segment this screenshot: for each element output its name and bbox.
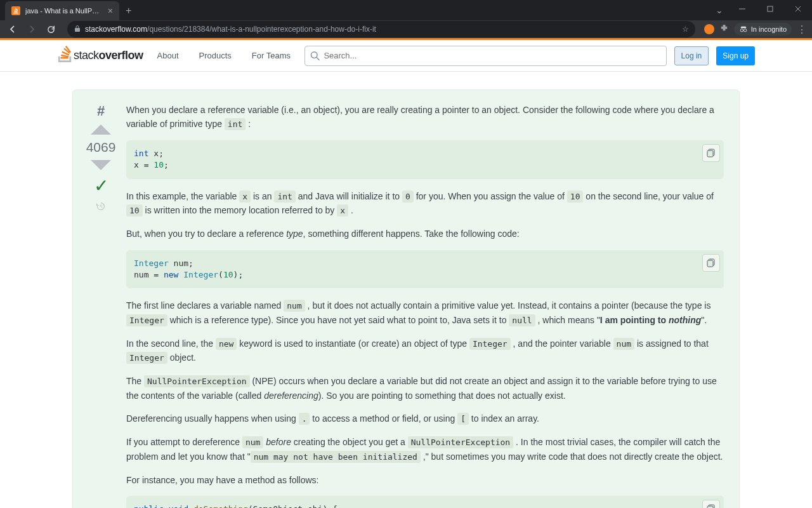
answer-link-icon[interactable]: # — [97, 103, 105, 119]
lock-icon — [74, 25, 81, 34]
logo-icon — [57, 45, 72, 67]
back-button[interactable] — [5, 22, 20, 37]
browser-tab[interactable]: java - What is a NullPointerExcep × — [5, 1, 119, 20]
forward-button[interactable] — [24, 22, 39, 37]
incognito-badge: In incognito — [734, 23, 792, 36]
history-icon[interactable] — [96, 201, 106, 213]
new-tab-button[interactable]: + — [119, 1, 138, 20]
answer-body: When you declare a reference variable (i… — [126, 103, 724, 508]
window-close[interactable] — [784, 0, 812, 18]
nav-about[interactable]: About — [151, 47, 185, 64]
vote-count: 4069 — [86, 140, 116, 155]
tab-close-icon[interactable]: × — [108, 6, 113, 16]
reload-button[interactable] — [43, 22, 58, 37]
code-block-1: int x; x = 10; — [126, 140, 724, 178]
svg-point-3 — [743, 29, 746, 32]
downvote-button[interactable] — [91, 160, 111, 170]
svg-rect-1 — [75, 28, 80, 32]
favicon — [11, 6, 20, 15]
code-block-3: public void doSomething(SomeObject obj) … — [126, 496, 724, 508]
star-icon[interactable]: ☆ — [682, 25, 689, 34]
svg-point-4 — [311, 51, 317, 58]
upvote-button[interactable] — [91, 124, 111, 135]
copy-button[interactable] — [702, 144, 720, 162]
svg-rect-6 — [707, 150, 713, 157]
incognito-icon — [739, 25, 748, 34]
code-block-2: Integer num; num = new Integer(10); — [126, 250, 724, 288]
nav-products[interactable]: Products — [193, 47, 238, 64]
window-minimize[interactable] — [728, 0, 756, 18]
page-viewport[interactable]: stackoverflow About Products For Teams L… — [0, 38, 812, 508]
extension-icon[interactable] — [704, 24, 714, 34]
accepted-answer: # 4069 ✓ When you declare a reference va… — [72, 90, 740, 508]
url-text: stackoverflow.com/questions/218384/what-… — [85, 25, 678, 34]
search-box[interactable] — [304, 46, 667, 66]
svg-rect-8 — [707, 260, 713, 267]
copy-button[interactable] — [702, 500, 720, 508]
copy-button[interactable] — [702, 254, 720, 272]
menu-icon[interactable]: ⋮ — [797, 23, 807, 36]
tab-title: java - What is a NullPointerExcep — [25, 7, 103, 15]
address-bar[interactable]: stackoverflow.com/questions/218384/what-… — [67, 21, 695, 37]
site-header: stackoverflow About Products For Teams L… — [0, 40, 812, 72]
site-logo[interactable]: stackoverflow — [57, 45, 143, 67]
search-icon — [310, 51, 320, 61]
login-button[interactable]: Log in — [674, 46, 709, 65]
search-input[interactable] — [324, 51, 660, 60]
signup-button[interactable]: Sign up — [716, 46, 755, 65]
extensions-icon[interactable] — [719, 23, 729, 36]
accepted-check-icon: ✓ — [94, 175, 108, 196]
browser-chrome: ⌄ java - What is a NullPointerExcep × + … — [0, 0, 812, 38]
svg-rect-0 — [768, 6, 773, 11]
svg-point-2 — [740, 29, 743, 32]
window-maximize[interactable] — [756, 0, 784, 18]
nav-teams[interactable]: For Teams — [246, 47, 297, 64]
